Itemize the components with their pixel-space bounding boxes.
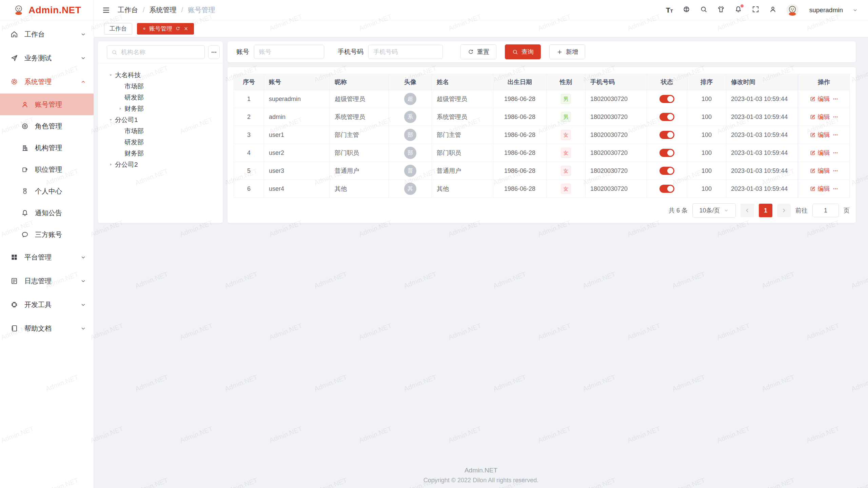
- footer-title: Admin.NET: [94, 467, 868, 474]
- phone-input[interactable]: [368, 45, 443, 59]
- column-header: 账号: [264, 74, 330, 90]
- tree-caret-icon[interactable]: [116, 106, 124, 111]
- cell-avatar: 部: [389, 144, 432, 162]
- goto-page-input[interactable]: [812, 204, 839, 217]
- tree-caret-icon[interactable]: [106, 162, 115, 167]
- sidebar-group-item[interactable]: 日志管理: [0, 269, 94, 293]
- tree-node[interactable]: 分公司2: [98, 159, 223, 170]
- tree-node[interactable]: 研发部: [98, 92, 223, 103]
- breadcrumb-item[interactable]: 系统管理: [150, 5, 177, 15]
- tab-active[interactable]: 账号管理: [137, 23, 194, 35]
- row-more-button[interactable]: [832, 132, 839, 138]
- reset-button[interactable]: 重置: [460, 44, 496, 59]
- add-button[interactable]: 新增: [549, 44, 585, 59]
- edit-label: 编辑: [818, 167, 830, 175]
- status-switch[interactable]: [659, 131, 674, 139]
- chip-icon: [10, 301, 18, 309]
- sidebar-item-label: 帮助文档: [24, 324, 74, 333]
- tree-node[interactable]: 财务部: [98, 148, 223, 159]
- edit-button[interactable]: 编辑: [810, 149, 830, 157]
- cell-avatar: 超: [389, 90, 432, 108]
- sidebar-group-item[interactable]: 开发工具: [0, 293, 94, 317]
- column-header: 姓名: [432, 74, 493, 90]
- username[interactable]: superadmin: [809, 6, 843, 14]
- search-icon: [512, 49, 518, 55]
- sidebar-sub-item[interactable]: 通知公告: [0, 202, 94, 224]
- status-switch[interactable]: [659, 185, 674, 193]
- tree-node[interactable]: 研发部: [98, 137, 223, 148]
- row-more-button[interactable]: [832, 150, 839, 156]
- tree-node[interactable]: 分公司1: [98, 114, 223, 125]
- font-size-icon[interactable]: TT: [666, 6, 673, 14]
- org-icon: [21, 144, 29, 152]
- notification-icon[interactable]: [734, 5, 742, 15]
- row-more-button[interactable]: [832, 114, 839, 120]
- status-switch[interactable]: [659, 113, 674, 121]
- page-size-select[interactable]: 10条/页: [692, 203, 736, 218]
- edit-button[interactable]: 编辑: [810, 95, 830, 103]
- edit-button[interactable]: 编辑: [810, 131, 830, 139]
- query-button[interactable]: 查询: [505, 44, 541, 59]
- tree-node[interactable]: 市场部: [98, 125, 223, 137]
- tree-node[interactable]: 市场部: [98, 81, 223, 92]
- menu-fold-icon[interactable]: [102, 6, 110, 14]
- user-avatar[interactable]: [786, 4, 798, 16]
- cell-account: superadmin: [264, 90, 330, 108]
- sidebar-group-item[interactable]: 工作台: [0, 22, 94, 46]
- sidebar-group-item[interactable]: 系统管理: [0, 70, 94, 94]
- next-page-button[interactable]: [777, 204, 791, 217]
- tree-node-label: 市场部: [124, 127, 144, 136]
- edit-button[interactable]: 编辑: [810, 185, 830, 193]
- account-input[interactable]: [254, 45, 324, 59]
- row-actions: 编辑: [803, 131, 845, 139]
- tree-node[interactable]: 大名科技: [98, 69, 223, 81]
- search-icon[interactable]: [700, 5, 708, 15]
- prev-page-button[interactable]: [741, 204, 754, 217]
- close-icon[interactable]: [183, 26, 189, 31]
- theme-icon[interactable]: [717, 5, 725, 15]
- sidebar-sub-item[interactable]: 机构管理: [0, 137, 94, 159]
- tab-item[interactable]: 工作台: [104, 23, 132, 35]
- org-search-field[interactable]: [107, 45, 205, 59]
- status-switch[interactable]: [659, 95, 674, 103]
- sidebar-sub-item[interactable]: 账号管理: [0, 94, 94, 115]
- sidebar-sub-item[interactable]: 三方账号: [0, 224, 94, 245]
- chevron-down-icon[interactable]: [852, 7, 858, 13]
- more-icon: [211, 49, 217, 56]
- cell-phone: 18020030720: [586, 180, 647, 198]
- tree-node[interactable]: 财务部: [98, 103, 223, 114]
- column-header: 手机号码: [586, 74, 647, 90]
- logo[interactable]: Admin.NET: [0, 0, 94, 20]
- sidebar-group-item[interactable]: 帮助文档: [0, 317, 94, 340]
- row-more-button[interactable]: [832, 186, 839, 192]
- sidebar-group-item[interactable]: 平台管理: [0, 245, 94, 269]
- cell-gender: 女: [547, 180, 586, 198]
- edit-button[interactable]: 编辑: [810, 113, 830, 121]
- edit-label: 编辑: [818, 131, 830, 139]
- status-switch[interactable]: [659, 167, 674, 175]
- tree-caret-icon[interactable]: [106, 117, 115, 122]
- sidebar-sub-item[interactable]: 职位管理: [0, 159, 94, 180]
- dot-icon: [142, 27, 146, 30]
- tree-caret-icon[interactable]: [106, 73, 115, 78]
- row-more-button[interactable]: [832, 96, 839, 102]
- sidebar-sub-item[interactable]: 角色管理: [0, 115, 94, 137]
- tree-more-button[interactable]: [208, 45, 220, 59]
- sidebar-group-item[interactable]: 业务测试: [0, 46, 94, 70]
- status-switch[interactable]: [659, 149, 674, 157]
- language-icon[interactable]: [683, 5, 690, 15]
- user-icon[interactable]: [769, 5, 777, 15]
- row-more-button[interactable]: [832, 168, 839, 174]
- page-1-button[interactable]: 1: [759, 204, 772, 217]
- edit-button[interactable]: 编辑: [810, 167, 830, 175]
- fullscreen-icon[interactable]: [752, 5, 760, 15]
- org-search-input[interactable]: [120, 48, 200, 56]
- cell-nickname: 部门职员: [330, 144, 389, 162]
- sidebar-sub-item[interactable]: 个人中心: [0, 180, 94, 202]
- cell-actions: 编辑: [798, 126, 850, 144]
- cell-sort: 100: [687, 162, 726, 180]
- sidebar-item-label: 开发工具: [24, 300, 74, 309]
- breadcrumb-item[interactable]: 工作台: [118, 5, 138, 15]
- cell-name: 部门职员: [432, 144, 493, 162]
- gender-badge: 女: [561, 148, 571, 158]
